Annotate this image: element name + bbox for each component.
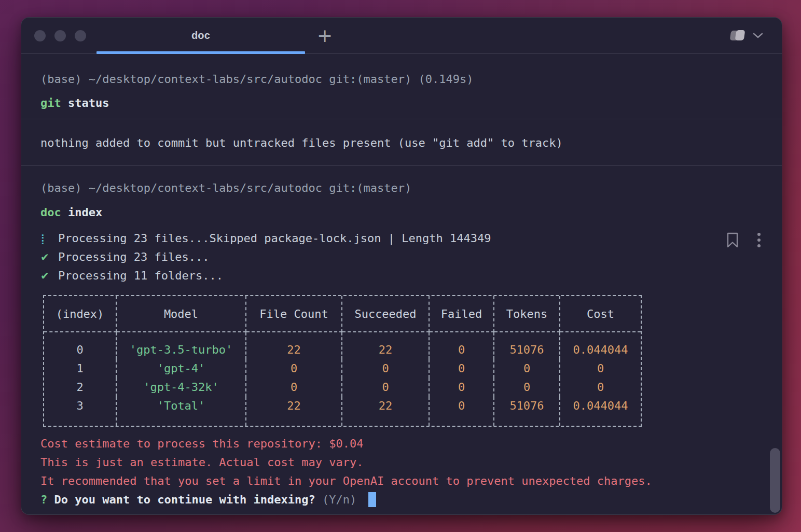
minimize-window-button[interactable] [54, 30, 66, 41]
terminal-window: doc + (base) ~/desktop/context-labs/src/… [21, 17, 782, 515]
check-icon: ✔ [40, 248, 58, 267]
plus-icon: + [317, 26, 333, 45]
limit-recommendation-line: It recommended that you set a limit in y… [40, 472, 782, 491]
table-cell: 3 [44, 397, 117, 426]
block-divider [21, 165, 782, 166]
progress-text: Processing 11 folders... [58, 267, 223, 285]
chevron-down-icon[interactable] [753, 33, 763, 39]
table-cell: 0 [246, 378, 342, 397]
table-cell: 22 [246, 332, 342, 359]
table-cell: 'gpt-3.5-turbo' [117, 332, 246, 359]
question-mark: ? [40, 493, 47, 506]
table-header-cell: Succeeded [342, 296, 430, 332]
text-cursor [368, 492, 376, 507]
prompt-line-1: (base) ~/desktop/context-labs/src/autodo… [40, 70, 782, 89]
table-cell: 0 [342, 378, 430, 397]
table-header-cell: Failed [430, 296, 494, 332]
table-cell: 0 [560, 378, 641, 397]
check-icon: ✔ [40, 267, 58, 285]
table-cell: 2 [44, 378, 117, 397]
table-cell: 0 [560, 359, 641, 378]
table-cell: 'gpt-4-32k' [117, 378, 246, 397]
table-cell: 22 [246, 397, 342, 426]
table-cell: 0 [430, 378, 494, 397]
table-cell: 0 [430, 359, 494, 378]
estimate-disclaimer-line: This is just an estimate. Actual cost ma… [40, 453, 782, 472]
new-tab-button[interactable]: + [313, 24, 336, 47]
kebab-menu-icon[interactable] [757, 232, 761, 248]
progress-line: ⡇Processing 23 files...Skipped package-l… [40, 229, 782, 248]
scrollbar-thumb[interactable] [770, 448, 780, 513]
traffic-lights [21, 30, 96, 41]
tab-bar: doc + [21, 18, 782, 54]
table-cell: 0 [494, 378, 560, 397]
block-divider [21, 119, 782, 119]
cost-estimate-line: Cost estimate to process this repository… [40, 435, 782, 453]
table-row: 1 'gpt-4' 0 0 0 0 0 [44, 359, 641, 378]
table-row: 2 'gpt-4-32k' 0 0 0 0 0 [44, 378, 641, 397]
table-row: 3 'Total' 22 22 0 51076 0.044044 [44, 397, 641, 426]
tab-doc[interactable]: doc [96, 18, 305, 53]
table-cell: 0 [44, 332, 117, 359]
cost-summary-table: (index) Model File Count Succeeded Faile… [43, 295, 642, 427]
prompt-line-2: (base) ~/desktop/context-labs/src/autodo… [40, 179, 782, 198]
progress-text: Processing 23 files... [58, 248, 209, 267]
table-cell: 'Total' [117, 397, 246, 426]
command-args: status [68, 96, 109, 109]
table-cell: 51076 [494, 332, 560, 359]
progress-text: Processing 23 files...Skipped package-lo… [58, 229, 491, 248]
command-line-1: git status [40, 94, 782, 113]
table-header-cell: Model [117, 296, 246, 332]
table-header-cell: Cost [560, 296, 641, 332]
table-cell: 0 [430, 332, 494, 359]
bookmark-icon[interactable] [726, 232, 739, 248]
close-window-button[interactable] [34, 30, 46, 41]
window-layout-icon[interactable] [728, 29, 747, 43]
spinner-icon: ⡇ [40, 229, 58, 248]
confirm-prompt-input[interactable]: ? Do you want to continue with indexing?… [40, 491, 782, 509]
command-keyword: doc [40, 206, 61, 219]
table-cell: 22 [342, 397, 430, 426]
command-line-2: doc index [40, 203, 782, 222]
zoom-window-button[interactable] [75, 30, 86, 41]
table-row: 0 'gpt-3.5-turbo' 22 22 0 51076 0.044044 [44, 332, 641, 359]
table-cell: 22 [342, 332, 430, 359]
question-hint: (Y/n) [315, 493, 364, 506]
table-cell: 0.044044 [560, 397, 641, 426]
command-args: index [68, 206, 102, 219]
tab-title: doc [191, 30, 210, 41]
table-header-cell: File Count [246, 296, 342, 332]
table-cell: 51076 [494, 397, 560, 426]
table-cell: 0 [342, 359, 430, 378]
question-text: Do you want to continue with indexing? [47, 493, 315, 506]
table-cell: 'gpt-4' [117, 359, 246, 378]
active-tab-indicator [96, 51, 305, 54]
terminal-content: (base) ~/desktop/context-labs/src/autodo… [21, 70, 782, 515]
command-keyword: git [40, 96, 61, 109]
git-status-output: nothing added to commit but untracked fi… [40, 134, 782, 152]
table-cell: 1 [44, 359, 117, 378]
table-header-cell: (index) [44, 296, 117, 332]
table-cell: 0 [494, 359, 560, 378]
progress-line: ✔Processing 23 files... [40, 248, 782, 267]
table-cell: 0 [430, 397, 494, 426]
table-header-cell: Tokens [494, 296, 560, 332]
table-cell: 0 [246, 359, 342, 378]
table-header-row: (index) Model File Count Succeeded Faile… [44, 296, 641, 332]
table-cell: 0.044044 [560, 332, 641, 359]
progress-line: ✔Processing 11 folders... [40, 267, 782, 285]
